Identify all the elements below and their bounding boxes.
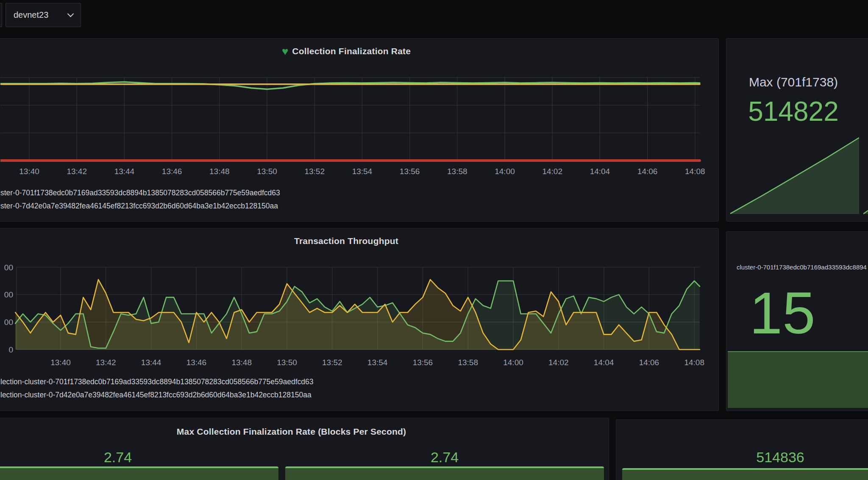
svg-text:14:08: 14:08 <box>685 167 705 176</box>
svg-text:13:50: 13:50 <box>277 358 297 367</box>
heart-icon: ♥ <box>282 47 288 56</box>
svg-text:13:46: 13:46 <box>162 167 182 176</box>
stat-label: Max (701f1738) <box>726 75 860 89</box>
panel-cluster-stat: cluster-0-701f1738edc0b7169ad33593dc8894… <box>726 231 868 411</box>
svg-text:14:02: 14:02 <box>548 358 569 367</box>
svg-text:14:00: 14:00 <box>503 358 523 367</box>
svg-text:13:40: 13:40 <box>19 167 39 176</box>
panel-max-finalized-height: Max (701f1738) 514822 <box>726 38 868 222</box>
stat-label: cluster-0-701f1738edc0b7169ad33593dc8894 <box>737 263 868 272</box>
panel-header[interactable]: Transaction Throughput <box>0 235 718 247</box>
svg-text:13:40: 13:40 <box>50 358 71 367</box>
panel-title: Max Collection Finalization Rate (Blocks… <box>177 427 406 437</box>
svg-text:13:48: 13:48 <box>231 358 252 367</box>
svg-text:14:00: 14:00 <box>495 167 515 176</box>
stat-sparkline-flat <box>0 466 278 480</box>
svg-text:13:42: 13:42 <box>67 167 87 176</box>
panel-transaction-throughput: Transaction Throughput 13:4013:4213:4413… <box>0 228 719 411</box>
stat-value: 514836 <box>616 449 868 466</box>
stat-sparkline-clipped <box>863 132 868 216</box>
svg-text:13:56: 13:56 <box>413 358 433 367</box>
svg-text:14:08: 14:08 <box>684 358 704 367</box>
svg-text:13:58: 13:58 <box>458 358 478 367</box>
svg-text:13:56: 13:56 <box>400 167 420 176</box>
panel-header[interactable]: ♥ Collection Finalization Rate <box>0 45 718 58</box>
time-series-chart-finalization[interactable]: 13:4013:4213:4413:4613:4813:5013:5213:54… <box>0 63 712 180</box>
svg-text:0: 0 <box>8 345 13 354</box>
svg-text:13:54: 13:54 <box>352 167 373 176</box>
svg-text:13:48: 13:48 <box>209 167 230 176</box>
chevron-down-icon <box>67 11 74 17</box>
svg-text:13:54: 13:54 <box>367 358 388 367</box>
svg-text:13:44: 13:44 <box>141 358 161 367</box>
svg-text:00: 00 <box>4 318 13 327</box>
svg-text:13:50: 13:50 <box>257 167 277 176</box>
legend-item[interactable]: lection-cluster-0-701f1738edc0b7169ad335… <box>0 375 314 388</box>
svg-text:14:02: 14:02 <box>542 167 562 176</box>
stat-sparkline-flat <box>622 468 868 480</box>
variable-value-label: devnet23 <box>14 10 48 20</box>
svg-text:13:58: 13:58 <box>447 167 467 176</box>
chart-legend: lection-cluster-0-701f1738edc0b7169ad335… <box>0 375 314 402</box>
svg-text:13:46: 13:46 <box>186 358 207 367</box>
panel-max-collection-finalization-rate: Max Collection Finalization Rate (Blocks… <box>0 418 609 480</box>
panel-collection-finalization-rate: ♥ Collection Finalization Rate 13:4013:4… <box>0 38 719 222</box>
legend-item[interactable]: lection-cluster-0-7d42e0a7e39482fea46145… <box>0 388 314 402</box>
legend-item[interactable]: ster-0-701f1738edc0b7169ad33593dc8894b13… <box>0 186 280 200</box>
svg-text:13:52: 13:52 <box>304 167 325 176</box>
stat-sparkline-flat <box>285 466 604 480</box>
stat-value: 2.74 <box>0 449 262 466</box>
panel-header[interactable]: Max Collection Finalization Rate (Blocks… <box>0 425 609 438</box>
legend-item[interactable]: ster-0-7d42e0a7e39482fea46145ef8213fcc69… <box>0 200 280 213</box>
svg-text:00: 00 <box>4 290 13 299</box>
svg-text:14:04: 14:04 <box>590 167 610 176</box>
dashboard-variable-dropdown[interactable]: devnet23 <box>6 3 81 27</box>
stat-sparkline <box>730 132 859 216</box>
svg-text:13:52: 13:52 <box>322 358 342 367</box>
time-series-chart-throughput[interactable]: 13:4013:4213:4413:4613:4813:5013:5213:54… <box>0 259 712 372</box>
svg-text:00: 00 <box>4 263 13 272</box>
svg-text:14:04: 14:04 <box>594 358 614 367</box>
svg-text:14:06: 14:06 <box>637 167 658 176</box>
clipped-variable-button[interactable] <box>0 3 2 27</box>
panel-title: Transaction Throughput <box>294 236 398 246</box>
svg-text:14:06: 14:06 <box>639 358 659 367</box>
stat-value: 514822 <box>726 96 860 127</box>
svg-text:13:42: 13:42 <box>96 358 116 367</box>
stat-sparkline-flat <box>728 351 868 408</box>
panel-bottom-right-stat: 514836 <box>616 419 868 480</box>
panel-title: Collection Finalization Rate <box>292 46 411 56</box>
chart-legend: ster-0-701f1738edc0b7169ad33593dc8894b13… <box>0 186 280 213</box>
stat-value: 15 <box>726 281 838 345</box>
stat-value: 2.74 <box>296 449 593 466</box>
svg-text:13:44: 13:44 <box>114 167 135 176</box>
